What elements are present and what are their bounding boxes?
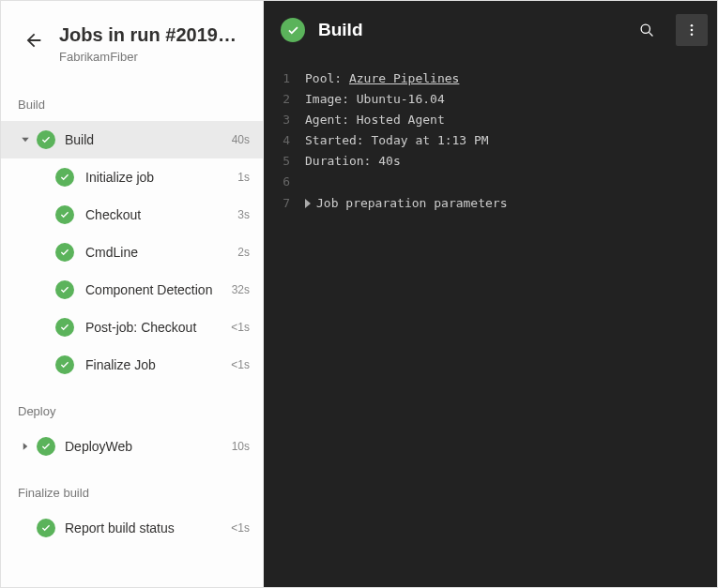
step-row[interactable]: Post-job: Checkout<1s (1, 309, 263, 346)
stage-label: Finalize build (1, 465, 263, 509)
run-title: Jobs in run #20191… (59, 24, 244, 46)
log-text: Pool: Azure Pipelines (305, 68, 459, 89)
log-header: Build (264, 1, 717, 59)
stage-label: Deploy (1, 384, 263, 428)
step-duration: 1s (237, 171, 250, 184)
pool-link[interactable]: Azure Pipelines (349, 71, 459, 85)
log-line: 1Pool: Azure Pipelines (264, 68, 717, 89)
job-duration: 40s (232, 133, 250, 146)
more-actions-button[interactable] (676, 14, 708, 46)
step-duration: <1s (231, 321, 250, 334)
line-number: 2 (264, 89, 305, 110)
step-row[interactable]: Initialize job1s (1, 158, 263, 196)
line-number: 7 (264, 193, 305, 214)
step-name: Component Detection (85, 282, 224, 297)
chevron-right-icon[interactable] (16, 441, 35, 452)
arrow-left-icon (23, 30, 44, 51)
success-icon (55, 168, 74, 187)
step-duration: 32s (232, 283, 250, 296)
svg-point-3 (691, 29, 694, 32)
log-line: 5Duration: 40s (264, 151, 717, 172)
log-text: Started: Today at 1:13 PM (305, 130, 489, 151)
stage-label: Build (1, 77, 263, 121)
line-number: 4 (264, 130, 305, 151)
log-line: 2Image: Ubuntu-16.04 (264, 89, 717, 110)
step-duration: 3s (237, 208, 250, 221)
line-number: 3 (264, 110, 305, 130)
success-icon (37, 519, 55, 537)
success-icon (55, 205, 74, 224)
line-number: 6 (264, 172, 305, 192)
step-name: Finalize Job (85, 357, 223, 372)
success-icon (55, 355, 74, 374)
step-name: Checkout (85, 207, 230, 222)
jobs-sidebar: Jobs in run #20191… FabrikamFiber BuildB… (1, 1, 264, 587)
line-number: 5 (264, 151, 305, 172)
fold-triangle-icon[interactable] (305, 199, 311, 208)
svg-point-2 (691, 24, 694, 27)
svg-line-1 (649, 32, 652, 36)
log-text: Image: Ubuntu-16.04 (305, 89, 445, 110)
job-duration: <1s (231, 521, 250, 535)
project-name: FabrikamFiber (59, 50, 244, 64)
log-line: 4Started: Today at 1:13 PM (264, 130, 717, 151)
log-pane: Build 1Pool: Azure Pipelines2Image: Ubun… (264, 1, 717, 587)
svg-point-4 (691, 34, 694, 37)
success-icon (55, 243, 74, 262)
search-button[interactable] (631, 14, 663, 46)
success-icon (55, 280, 74, 299)
svg-point-0 (641, 24, 649, 33)
job-name: DeployWeb (65, 439, 224, 454)
job-row[interactable]: Report build status<1s (1, 509, 263, 547)
sidebar-header: Jobs in run #20191… FabrikamFiber (1, 1, 263, 77)
log-body[interactable]: 1Pool: Azure Pipelines2Image: Ubuntu-16.… (264, 59, 717, 587)
kebab-menu-icon (684, 23, 699, 38)
log-line: 3Agent: Hosted Agent (264, 110, 717, 130)
log-text: Agent: Hosted Agent (305, 110, 445, 130)
chevron-down-icon[interactable] (16, 134, 35, 145)
job-status-success-icon (281, 18, 305, 42)
log-text: Duration: 40s (305, 151, 401, 172)
step-row[interactable]: Checkout3s (1, 196, 263, 234)
job-row[interactable]: DeployWeb10s (1, 428, 263, 465)
log-line: 7Job preparation parameters (264, 193, 717, 214)
success-icon (37, 437, 55, 456)
job-duration: 10s (232, 440, 250, 453)
success-icon (37, 130, 55, 149)
step-duration: 2s (237, 246, 250, 259)
log-line: 6 (264, 172, 717, 192)
step-row[interactable]: Finalize Job<1s (1, 346, 263, 384)
line-number: 1 (264, 68, 305, 89)
job-name: Report build status (65, 520, 223, 535)
step-duration: <1s (231, 358, 250, 371)
step-row[interactable]: Component Detection32s (1, 271, 263, 309)
step-name: CmdLine (85, 245, 230, 260)
job-row[interactable]: Build40s (1, 121, 263, 158)
log-title: Build (318, 20, 618, 40)
log-fold[interactable]: Job preparation parameters (305, 193, 508, 214)
job-name: Build (65, 132, 224, 147)
search-icon (639, 23, 655, 38)
success-icon (55, 318, 74, 337)
back-button[interactable] (22, 28, 46, 53)
step-name: Initialize job (85, 170, 230, 185)
step-name: Post-job: Checkout (85, 320, 223, 335)
stages-list: BuildBuild40sInitialize job1sCheckout3sC… (1, 77, 263, 547)
step-row[interactable]: CmdLine2s (1, 234, 263, 271)
